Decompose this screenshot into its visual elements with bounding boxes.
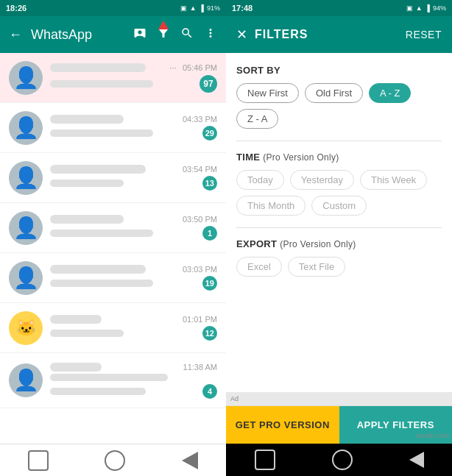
list-item[interactable]: 👤 03:03 PM 19 — [0, 253, 226, 303]
status-bar-right: 17:48 ▣ ▲ ▐ 94% — [226, 0, 452, 16]
unread-badge: 12 — [202, 326, 217, 341]
left-status-icons: ▣ ▲ ▐ 91% — [180, 4, 220, 12]
time-options: Today Yesterday This Week This Month Cus… — [236, 170, 442, 216]
unread-badge: 13 — [202, 176, 217, 191]
header-icons — [133, 26, 217, 43]
left-panel: 18:26 ▣ ▲ ▐ 91% ← WhatsApp — [0, 0, 226, 476]
unread-badge: 19 — [202, 276, 217, 291]
chat-name — [50, 165, 146, 174]
watermark: wsxdn.com — [416, 432, 449, 439]
dots-icon: ··· — [169, 63, 177, 73]
export-section: EXPORT (Pro Version Only) Excel Text Fil… — [236, 238, 442, 277]
unread-badge: 4 — [202, 384, 217, 399]
right-status-icons: ▣ ▲ ▐ 94% — [406, 4, 446, 12]
list-item[interactable]: 👤 11:38 AM 4 — [0, 353, 226, 408]
list-item[interactable]: 🐱 01:01 PM 12 — [0, 303, 226, 353]
chat-name — [50, 363, 102, 372]
time-custom[interactable]: Custom — [311, 196, 367, 216]
divider — [236, 227, 442, 228]
filter-icon[interactable] — [157, 26, 170, 43]
chat-preview — [50, 330, 124, 337]
unread-badge: 1 — [202, 226, 217, 241]
sort-by-label: SORT BY — [236, 65, 442, 76]
time-this-month[interactable]: This Month — [236, 196, 306, 216]
nav-bar-left — [0, 444, 226, 476]
back-button-nav[interactable] — [409, 452, 424, 468]
battery-icon: 94% — [433, 4, 446, 12]
export-label: EXPORT (Pro Version Only) — [236, 238, 442, 249]
reset-button[interactable]: RESET — [406, 29, 442, 40]
time-this-week[interactable]: This Week — [360, 170, 427, 190]
right-time: 17:48 — [232, 4, 253, 13]
home-button[interactable] — [332, 450, 353, 470]
avatar: 👤 — [9, 111, 43, 145]
chat-time: 03:54 PM — [183, 165, 217, 174]
avatar: 👤 — [9, 161, 43, 195]
whatsapp-header: ← WhatsApp — [0, 16, 226, 53]
recent-apps-button[interactable] — [28, 450, 49, 471]
time-label: TIME (Pro Version Only) — [236, 152, 442, 163]
sort-old-first[interactable]: Old First — [305, 83, 363, 103]
chat-name — [50, 115, 124, 124]
status-bar-left: 18:26 ▣ ▲ ▐ 91% — [0, 0, 226, 16]
left-time: 18:26 — [6, 4, 27, 13]
chat-time: 04:33 PM — [183, 115, 217, 124]
export-excel[interactable]: Excel — [236, 257, 282, 277]
export-pro-note: (Pro Version Only) — [280, 239, 356, 249]
time-today[interactable]: Today — [236, 170, 284, 190]
sort-a-z[interactable]: A - Z — [369, 83, 411, 103]
right-panel: 17:48 ▣ ▲ ▐ 94% ✕ FILTERS RESET SORT BY … — [226, 0, 452, 476]
ad-bar: Ad — [226, 392, 452, 405]
more-options-icon[interactable] — [204, 26, 217, 43]
back-button-nav[interactable] — [182, 452, 198, 469]
avatar: 👤 — [9, 61, 43, 95]
app-title: WhatsApp — [31, 27, 124, 43]
list-item[interactable]: 👤 04:33 PM 29 — [0, 103, 226, 153]
ad-label: Ad — [230, 395, 239, 402]
unread-badge: 97 — [199, 75, 217, 93]
battery-icon: 91% — [207, 4, 220, 12]
chat-preview — [50, 80, 153, 88]
recent-apps-button[interactable] — [255, 450, 275, 470]
close-button[interactable]: ✕ — [236, 26, 247, 43]
signal-icon: ▐ — [425, 4, 430, 12]
list-item[interactable]: 👤 03:54 PM 13 — [0, 153, 226, 203]
chat-time: 03:50 PM — [183, 215, 217, 224]
list-item[interactable]: 👤 03:50 PM 1 — [0, 203, 226, 253]
chat-time: 03:03 PM — [183, 265, 217, 274]
avatar: 👤 — [9, 261, 43, 295]
chat-preview — [50, 280, 153, 287]
red-arrow-indicator — [158, 21, 169, 29]
time-yesterday[interactable]: Yesterday — [290, 170, 354, 190]
export-options: Excel Text File — [236, 257, 442, 277]
chat-preview — [50, 180, 124, 187]
back-button[interactable]: ← — [9, 27, 22, 43]
list-item[interactable]: 👤 ··· 05:46 PM 97 — [0, 53, 226, 103]
sort-by-options: New First Old First A - Z Z - A — [236, 83, 442, 129]
sort-new-first[interactable]: New First — [236, 83, 299, 103]
filters-header: ✕ FILTERS RESET — [226, 16, 452, 53]
search-icon[interactable] — [180, 26, 194, 43]
signal-icon: ▐ — [199, 4, 204, 12]
chat-time: 11:38 AM — [183, 363, 217, 372]
sim-icon: ▣ — [406, 4, 413, 12]
avatar: 🐱 — [9, 311, 43, 345]
chat-preview-line2 — [50, 388, 146, 395]
nav-bar-right — [226, 444, 452, 476]
avatar: 👤 — [9, 211, 43, 245]
chat-name — [50, 315, 102, 324]
chat-name — [50, 265, 146, 274]
contact-icon[interactable] — [133, 26, 146, 43]
time-pro-note: (Pro Version Only) — [263, 152, 339, 163]
sort-z-a[interactable]: Z - A — [236, 109, 278, 129]
get-pro-button[interactable]: GET PRO VERSION — [226, 406, 339, 444]
filters-title: FILTERS — [255, 28, 308, 41]
sort-by-section: SORT BY New First Old First A - Z Z - A — [236, 65, 442, 129]
export-text-file[interactable]: Text File — [288, 257, 345, 277]
chat-time: 05:46 PM — [183, 63, 217, 72]
wifi-icon: ▲ — [416, 4, 423, 12]
home-button[interactable] — [105, 450, 125, 471]
sim-icon: ▣ — [180, 4, 187, 12]
chat-name — [50, 215, 124, 224]
chat-name — [50, 63, 146, 72]
